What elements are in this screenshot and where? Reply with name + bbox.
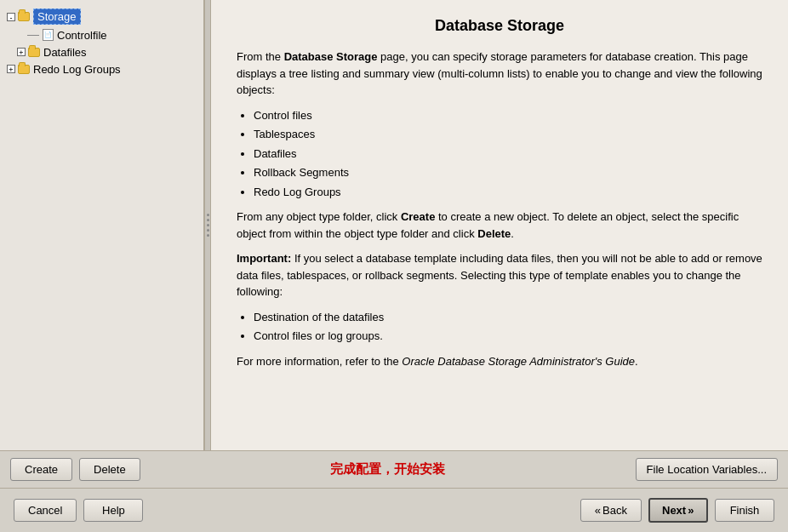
back-label: Back [602,504,627,517]
content-body: From the Database Storage page, you can … [237,49,762,369]
list-item: Datafiles [254,146,762,163]
back-arrow-icon: « [595,504,601,517]
tree-label-storage: Storage [33,9,81,25]
finish-button[interactable]: Finish [715,499,774,522]
tree-label-redologgroups: Redo Log Groups [33,63,121,76]
create-button[interactable]: Create [10,458,72,481]
tree-panel: - Storage 📄 Controlfile + Datafiles + [0,0,204,450]
tree-label-controlfile: Controlfile [57,29,107,42]
folder-icon-redologgroups [17,62,31,76]
divider-dot [207,224,209,226]
expand-icon-redologgroups[interactable]: + [7,65,15,73]
doc-icon-controlfile: 📄 [41,28,54,42]
folder-icon-storage [17,10,31,24]
expand-icon-datafiles[interactable]: + [17,48,26,56]
content-panel: Database Storage From the Database Stora… [211,0,788,450]
more-info-paragraph: For more information, refer to the Oracl… [237,353,762,370]
tree-item-datafiles[interactable]: + Datafiles [3,43,200,60]
next-button[interactable]: Next » [648,498,708,523]
list-item: Control files or log groups. [254,328,762,345]
delete-button[interactable]: Delete [79,458,140,481]
list-item: Rollback Segments [254,164,762,181]
guide-name: Oracle Database Storage Administrator's … [402,355,635,368]
list-item: Tablespaces [254,126,762,143]
help-button[interactable]: Help [83,499,143,522]
bottom-toolbar: Create Delete 完成配置，开始安装 File Location Va… [0,450,788,488]
list-item: Destination of the datafiles [254,309,762,326]
status-text: 完成配置，开始安装 [147,461,629,478]
divider-dot [207,229,209,232]
folder-icon-datafiles [27,45,41,59]
list-item: Control files [254,107,762,124]
footer-row: Cancel Help « Back Next » Finish [0,488,788,532]
tree-item-storage[interactable]: - Storage [3,7,200,26]
create-delete-paragraph: From any object type folder, click Creat… [237,209,762,242]
list-item: Redo Log Groups [254,184,762,201]
divider-dot [207,214,209,216]
list-changes: Destination of the datafiles Control fil… [254,309,762,345]
important-label: Important: [237,252,291,265]
tree-label-datafiles: Datafiles [43,46,87,59]
page-title: Database Storage [237,17,762,35]
next-label: Next [662,504,686,517]
back-button[interactable]: « Back [580,499,642,522]
intro-bold: Database Storage [284,50,378,63]
delete-bold: Delete [477,227,511,240]
tree-item-redologgroups[interactable]: + Redo Log Groups [3,60,200,77]
create-bold: Create [401,210,435,223]
file-location-button[interactable]: File Location Variables... [636,458,778,481]
next-arrow-icon: » [688,504,694,517]
intro-paragraph: From the Database Storage page, you can … [237,49,762,99]
divider-dot [207,234,209,237]
list-objects: Control files Tablespaces Datafiles Roll… [254,107,762,201]
tree-item-controlfile[interactable]: 📄 Controlfile [3,26,200,43]
cancel-button[interactable]: Cancel [14,499,77,522]
expand-icon-storage[interactable]: - [7,13,15,21]
panel-divider[interactable] [204,0,211,450]
divider-dot [207,219,209,221]
important-paragraph: Important: If you select a database temp… [237,250,762,300]
